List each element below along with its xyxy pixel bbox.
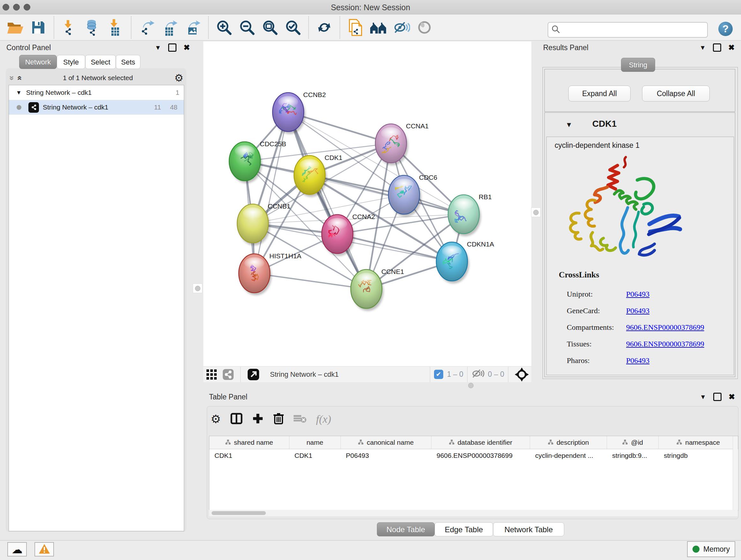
column-header-databaseidentifier[interactable]: database identifier — [431, 436, 530, 449]
zoom-in-button[interactable] — [212, 17, 235, 37]
cell-sharedname[interactable]: CDK1 — [209, 449, 289, 462]
search-input[interactable] — [563, 25, 707, 35]
cell-id[interactable]: stringdb:9... — [607, 449, 659, 462]
column-header-description[interactable]: description — [530, 436, 607, 449]
crosslink-genecard-link[interactable]: P06493 — [626, 307, 650, 315]
tab-sets[interactable]: Sets — [116, 55, 140, 69]
tab-style[interactable]: Style — [57, 55, 85, 69]
selected-nodes-checkbox[interactable]: ✔ — [434, 370, 443, 379]
edge-CCNB2-HIST1H1A[interactable] — [254, 112, 288, 273]
control-panel-close-icon[interactable]: ✖ — [184, 43, 190, 52]
edge-CCNB2-CCNE1[interactable] — [288, 112, 366, 289]
import-network-file-button[interactable] — [58, 17, 81, 37]
crosslink-tissues-link[interactable]: 9606.ENSP00000378699 — [626, 340, 704, 348]
open-in-new-window-icon[interactable] — [245, 365, 262, 384]
table-options-gear-icon[interactable]: ⚙ — [211, 413, 221, 426]
cell-description[interactable]: cyclin-dependent ... — [530, 449, 607, 462]
cell-databaseidentifier[interactable]: 9606.ENSP00000378699 — [431, 449, 530, 462]
expand-all-networks-icon[interactable]: » — [14, 76, 24, 80]
column-header-canonicalname[interactable]: canonical name — [341, 436, 431, 449]
table-vertical-scrollbar[interactable] — [733, 436, 738, 510]
tab-string[interactable]: String — [621, 58, 655, 72]
node-cdc6[interactable]: CDC6 — [388, 174, 437, 217]
node-ccnb2[interactable]: CCNB2 — [273, 91, 326, 134]
title-bar[interactable]: Session: New Session — [0, 0, 741, 14]
gene-section-collapse-icon[interactable]: ▼ — [565, 121, 572, 129]
column-header-sharedname[interactable]: shared name — [209, 436, 289, 449]
node-ccne1[interactable]: CCNE1 — [351, 268, 404, 311]
tab-select[interactable]: Select — [85, 55, 116, 69]
fit-selected-crosshair-icon[interactable] — [512, 365, 531, 384]
export-table-button[interactable] — [158, 17, 181, 37]
tab-node-table[interactable]: Node Table — [377, 522, 434, 537]
string-network-graph[interactable]: CCNB2CCNA1CDC25BCDK1CDC6RB1CCNB1CCNA2CDK… — [203, 42, 531, 366]
results-panel-collapse-icon[interactable]: ▼ — [699, 44, 706, 51]
network-collection-row[interactable]: ▼ String Network – cdk1 1 — [9, 85, 184, 100]
collapse-all-button[interactable]: Collapse All — [642, 85, 710, 102]
node-cdkn1a[interactable]: CDKN1A — [436, 240, 494, 284]
function-builder-icon: f(x) — [316, 413, 331, 425]
node-hist1h1a[interactable]: HIST1H1A — [239, 252, 301, 295]
export-image-button[interactable] — [181, 17, 204, 37]
cell-name[interactable]: CDK1 — [289, 449, 341, 462]
show-columns-icon[interactable] — [230, 413, 243, 426]
zoom-out-button[interactable] — [235, 17, 259, 37]
hide-panel-button[interactable] — [390, 17, 413, 37]
results-panel-close-icon[interactable]: ✖ — [728, 43, 735, 52]
table-panel-float-icon[interactable] — [713, 393, 722, 401]
clone-network-button[interactable] — [344, 17, 367, 37]
crosslink-pharos-link[interactable]: P06493 — [626, 356, 650, 365]
memory-button[interactable]: Memory — [687, 541, 735, 557]
memory-status-icon — [692, 546, 699, 553]
gene-name: CDK1 — [592, 119, 616, 129]
cell-namespace[interactable]: stringdb — [659, 449, 738, 462]
cloud-button[interactable]: ☁ — [7, 542, 27, 557]
results-panel-float-icon[interactable] — [713, 44, 721, 52]
string-network-icon[interactable] — [220, 365, 237, 384]
show-panel-button[interactable] — [413, 17, 436, 37]
string-home-button[interactable] — [367, 17, 390, 37]
zoom-selected-button[interactable] — [281, 17, 305, 37]
column-header-label: @id — [631, 439, 643, 446]
import-network-database-icon — [84, 19, 101, 36]
expand-all-button[interactable]: Expand All — [568, 85, 630, 102]
import-table-file-icon — [108, 19, 124, 36]
collection-expand-icon[interactable]: ▼ — [16, 89, 22, 96]
open-session-button[interactable] — [4, 17, 27, 37]
help-button[interactable]: ? — [718, 22, 733, 36]
cell-canonicalname[interactable]: P06493 — [341, 449, 431, 462]
zoom-fit-content-button[interactable] — [259, 17, 281, 37]
network-canvas[interactable]: CCNB2CCNA1CDC25BCDK1CDC6RB1CCNB1CCNA2CDK… — [203, 42, 531, 366]
tab-network-table[interactable]: Network Table — [493, 522, 564, 537]
table-panel-collapse-icon[interactable]: ▼ — [700, 393, 706, 401]
grid-view-icon[interactable] — [203, 365, 220, 384]
warnings-button[interactable] — [35, 542, 54, 557]
network-row[interactable]: String Network – cdk1 11 48 — [9, 100, 184, 115]
add-column-plus-icon[interactable] — [252, 413, 264, 426]
refresh-view-button[interactable] — [313, 17, 336, 37]
column-header-id[interactable]: @id — [607, 436, 659, 449]
import-table-file-button[interactable] — [104, 17, 127, 37]
table-horizontal-scrollbar[interactable] — [209, 510, 738, 516]
export-network-button[interactable] — [135, 17, 158, 37]
search-box[interactable] — [548, 22, 708, 38]
column-header-name[interactable]: name — [289, 436, 341, 449]
import-network-database-button[interactable] — [81, 17, 104, 37]
column-header-namespace[interactable]: namespace — [659, 436, 738, 449]
control-panel-collapse-icon[interactable]: ▼ — [155, 44, 161, 51]
save-session-button[interactable] — [27, 17, 50, 37]
delete-column-trash-icon[interactable] — [273, 413, 284, 426]
control-panel-float-icon[interactable] — [168, 44, 177, 52]
horizontal-splitter-handle[interactable] — [466, 383, 475, 388]
tab-network[interactable]: Network — [19, 55, 57, 69]
tab-edge-table[interactable]: Edge Table — [434, 522, 493, 537]
table-row[interactable]: CDK1CDK1P064939606.ENSP00000378699cyclin… — [209, 449, 738, 462]
node-ccna1[interactable]: CCNA1 — [375, 122, 428, 165]
crosslink-compartments-link[interactable]: 9606.ENSP00000378699 — [626, 323, 704, 332]
crosslink-uniprot-link[interactable]: P06493 — [626, 290, 650, 299]
table-panel-close-icon[interactable]: ✖ — [729, 392, 735, 401]
node-rb1[interactable]: RB1 — [448, 193, 492, 236]
right-splitter-handle[interactable] — [531, 207, 541, 217]
left-splitter-handle[interactable] — [193, 284, 202, 293]
network-options-gear-icon[interactable]: ⚙ — [174, 72, 184, 84]
